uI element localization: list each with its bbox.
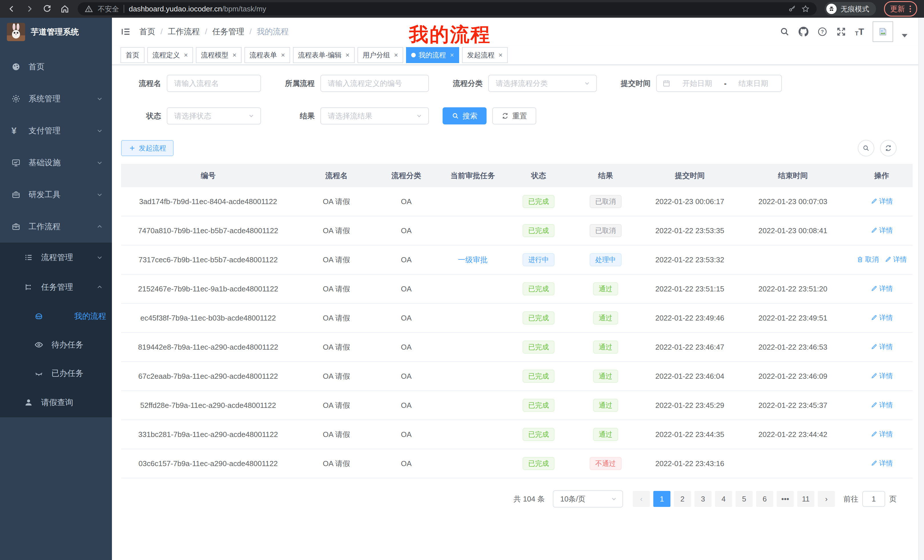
page-button-5[interactable]: 5 xyxy=(735,491,753,507)
page-button-4[interactable]: 4 xyxy=(715,491,732,507)
pager-pages: 123456•••11 xyxy=(652,491,816,507)
sidebar-item-workflow[interactable]: 工作流程 xyxy=(0,211,112,243)
cell-process-name: OA 请假 xyxy=(295,449,378,478)
search-icon[interactable] xyxy=(780,27,790,37)
fullscreen-icon[interactable] xyxy=(836,27,846,37)
tab-close-icon[interactable]: × xyxy=(344,52,350,58)
detail-link[interactable]: 详情 xyxy=(871,430,893,439)
security-label[interactable]: 不安全 xyxy=(98,4,119,14)
tab-close-icon[interactable]: × xyxy=(280,52,285,58)
detail-link[interactable]: 详情 xyxy=(871,197,893,206)
cell-category: OA xyxy=(378,362,435,391)
breadcrumb-item[interactable]: 首页 xyxy=(140,26,155,37)
refresh-table-button[interactable] xyxy=(880,140,897,156)
prev-page-button[interactable]: ‹ xyxy=(633,491,650,507)
tab-3[interactable]: 流程表单× xyxy=(244,47,290,63)
detail-link[interactable]: 详情 xyxy=(871,371,893,380)
page-button-3[interactable]: 3 xyxy=(694,491,711,507)
home-icon[interactable] xyxy=(60,4,70,14)
sidebar-item-task-mgmt[interactable]: 任务管理 xyxy=(0,272,112,302)
approval-task-link[interactable]: 一级审批 xyxy=(458,256,488,264)
cell-submit-time: 2022-01-22 23:46:04 xyxy=(645,362,735,391)
category-select[interactable]: 请选择流程分类 xyxy=(488,75,597,92)
key-icon[interactable] xyxy=(788,4,796,13)
detail-link[interactable]: 详情 xyxy=(871,400,893,410)
sidebar-item-todo-tasks[interactable]: 待办任务 xyxy=(0,331,112,359)
status-badge: 已完成 xyxy=(522,428,555,441)
submit-time-range[interactable]: 开始日期 - 结束日期 xyxy=(656,75,782,92)
tab-6[interactable]: 我的流程× xyxy=(406,47,459,63)
sidebar-item-devtools[interactable]: 研发工具 xyxy=(0,179,112,211)
help-icon[interactable]: ? xyxy=(817,27,828,37)
cell-submit-time: 2022-01-22 23:43:16 xyxy=(645,449,735,478)
tab-4[interactable]: 流程表单-编辑× xyxy=(293,47,355,63)
list-icon xyxy=(24,253,33,262)
tab-7[interactable]: 发起流程× xyxy=(462,47,508,63)
detail-link[interactable]: 详情 xyxy=(871,226,893,235)
svg-text:?: ? xyxy=(821,29,824,34)
detail-link[interactable]: 详情 xyxy=(871,284,893,293)
sidebar-item-done-tasks[interactable]: 已办任务 xyxy=(0,359,112,388)
avatar-dropdown-caret-icon[interactable] xyxy=(902,34,908,37)
page-button-1[interactable]: 1 xyxy=(653,491,670,507)
tab-0[interactable]: 首页 xyxy=(120,47,144,63)
page-button-2[interactable]: 2 xyxy=(674,491,691,507)
sidebar-item-home[interactable]: 首页 xyxy=(0,51,112,83)
next-page-button[interactable]: › xyxy=(818,491,835,507)
toggle-search-button[interactable] xyxy=(858,140,874,156)
process-definition-input[interactable] xyxy=(320,75,429,92)
breadcrumb-item[interactable]: 任务管理 xyxy=(213,26,244,37)
page-scrollbar[interactable] xyxy=(918,18,924,560)
reset-button[interactable]: 重置 xyxy=(492,107,536,124)
tab-5[interactable]: 用户分组× xyxy=(357,47,403,63)
page-size-select[interactable]: 10条/页 xyxy=(553,490,623,508)
cancel-link[interactable]: 取消 xyxy=(856,255,879,264)
bookmark-star-icon[interactable] xyxy=(801,4,810,13)
table-row: 3ad174fb-7b9d-11ec-8404-acde48001122OA 请… xyxy=(121,187,913,216)
tab-close-icon[interactable]: × xyxy=(393,52,398,58)
tab-close-icon[interactable]: × xyxy=(497,52,502,58)
tab-close-icon[interactable]: × xyxy=(231,52,236,58)
cell-process-name: OA 请假 xyxy=(295,274,378,303)
result-select[interactable]: 请选择流结果 xyxy=(320,107,429,124)
page-button-•••[interactable]: ••• xyxy=(777,491,794,507)
github-icon[interactable] xyxy=(798,27,808,37)
tab-label: 流程模型 xyxy=(201,51,228,60)
breadcrumb-item[interactable]: 工作流程 xyxy=(168,26,200,37)
goto-page-input[interactable] xyxy=(862,491,885,507)
status-select[interactable]: 请选择状态 xyxy=(167,107,261,124)
url-text[interactable]: dashboard.yudao.iocoder.cn/bpm/task/my xyxy=(129,4,266,13)
sidebar-item-payment[interactable]: ¥ 支付管理 xyxy=(0,115,112,147)
sidebar-item-my-process[interactable]: 我的流程 xyxy=(0,302,112,331)
sidebar-fold-icon[interactable] xyxy=(120,27,131,37)
back-icon[interactable] xyxy=(7,4,16,14)
sidebar-item-leave-query[interactable]: 请假查询 xyxy=(0,388,112,417)
detail-link[interactable]: 详情 xyxy=(871,459,893,468)
tab-1[interactable]: 流程定义× xyxy=(147,47,193,63)
sidebar-item-infra[interactable]: 基础设施 xyxy=(0,147,112,179)
tab-2[interactable]: 流程模型× xyxy=(196,47,242,63)
sidebar-item-process-mgmt[interactable]: 流程管理 xyxy=(0,243,112,272)
detail-link[interactable]: 详情 xyxy=(885,255,907,264)
chevron-down-icon xyxy=(248,112,255,119)
tab-close-icon[interactable]: × xyxy=(449,52,454,58)
cell-id: ec45f38f-7b9a-11ec-b03b-acde48001122 xyxy=(121,303,295,332)
font-size-icon[interactable]: TT xyxy=(855,27,864,36)
start-process-button[interactable]: 发起流程 xyxy=(121,140,174,156)
page-button-6[interactable]: 6 xyxy=(756,491,773,507)
detail-link[interactable]: 详情 xyxy=(871,313,893,322)
address-bar[interactable]: 不安全 dashboard.yudao.iocoder.cn/bpm/task/… xyxy=(78,2,817,15)
tab-close-icon[interactable]: × xyxy=(183,52,188,58)
sidebar-item-system[interactable]: 系统管理 xyxy=(0,83,112,115)
avatar[interactable] xyxy=(873,21,893,42)
forward-icon[interactable] xyxy=(24,4,34,14)
page-button-11[interactable]: 11 xyxy=(797,491,814,507)
detail-link[interactable]: 详情 xyxy=(871,342,893,351)
cell-submit-time: 2022-01-22 23:53:32 xyxy=(645,245,735,274)
search-button[interactable]: 搜索 xyxy=(442,107,486,124)
process-name-input[interactable] xyxy=(167,75,261,92)
table-row: ec45f38f-7b9a-11ec-b03b-acde48001122OA 请… xyxy=(121,303,913,332)
reload-icon[interactable] xyxy=(42,4,52,14)
update-button[interactable]: 更新 xyxy=(884,1,917,16)
table-row: 52ffd28e-7b9a-11ec-a290-acde48001122OA 请… xyxy=(121,391,913,420)
